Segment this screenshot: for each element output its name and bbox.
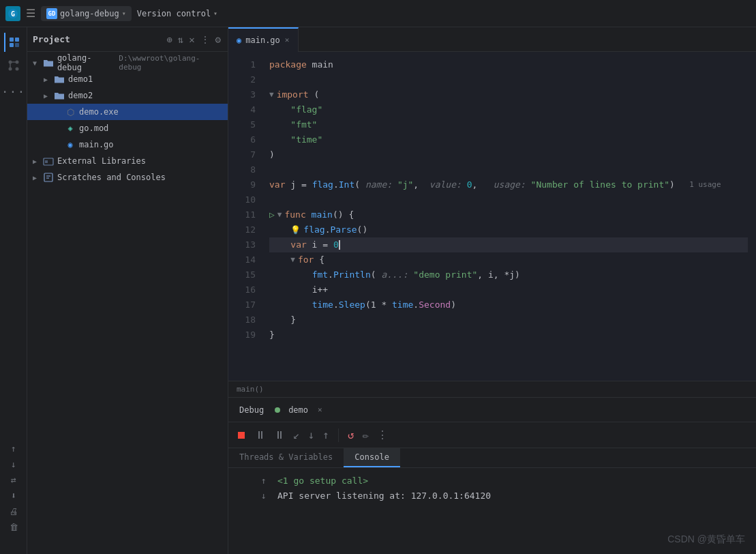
project-icon[interactable] xyxy=(4,33,23,52)
exe-icon: ⬡ xyxy=(64,106,76,117)
code-line-14: ▼for { xyxy=(269,252,748,267)
bottom-side-icons: ↑ ↓ ⇄ ⬇ 🖨 🗑 xyxy=(0,438,27,554)
debug-session-label: demo xyxy=(283,403,314,418)
sidebar-sync-icon[interactable]: ⇅ xyxy=(177,33,185,46)
app-logo: G xyxy=(5,6,20,21)
tree-arrow-libs: ▶ xyxy=(33,158,42,165)
scratches-label: Scratches and Consoles xyxy=(57,173,166,182)
svg-rect-14 xyxy=(44,173,52,181)
svg-rect-4 xyxy=(10,43,14,47)
sidebar-more-icon[interactable]: ⋮ xyxy=(199,33,211,46)
folder-icon-demo1 xyxy=(53,74,65,85)
tab-close-icon[interactable]: ✕ xyxy=(284,35,290,45)
vc-chevron: ▾ xyxy=(213,10,217,17)
debug-session-tab[interactable]: demo ✕ xyxy=(275,403,322,418)
breadcrumb: main() xyxy=(237,385,264,394)
code-line-16: i++ xyxy=(269,282,748,297)
version-control-label: Version control xyxy=(137,9,211,18)
side-icon-5[interactable]: 🖨 xyxy=(10,506,18,516)
tree-item-main-go[interactable]: ◉ main.go xyxy=(27,136,228,153)
brand-icon: GD xyxy=(46,8,57,19)
tree-arrow-demo1: ▶ xyxy=(44,76,53,83)
code-line-2 xyxy=(269,72,748,87)
side-icon-4[interactable]: ⬇ xyxy=(11,491,16,501)
code-line-13: var i = 0 xyxy=(269,237,748,252)
code-line-4: "flag" xyxy=(269,102,748,117)
main-go-label: main.go xyxy=(79,140,114,149)
pause-button[interactable]: ⏸ xyxy=(272,426,287,443)
editor-area: ◉ main.go ✕ 12345 678910 1112131415 1617… xyxy=(228,27,756,397)
debug-content-tabs: Threads & Variables Console xyxy=(228,448,756,468)
sidebar-content: ▼ golang-debug D:\wwwroot\golang-debug ▶… xyxy=(27,52,228,554)
root-path: D:\wwwroot\golang-debug xyxy=(119,54,222,72)
tab-main-go[interactable]: ◉ main.go ✕ xyxy=(228,27,299,52)
tab-label: main.go xyxy=(245,35,280,45)
tree-arrow-scratches: ▶ xyxy=(33,174,42,181)
libs-icon xyxy=(42,156,55,166)
code-line-8 xyxy=(269,162,748,177)
tab-console[interactable]: Console xyxy=(344,448,400,467)
side-icon-2[interactable]: ↓ xyxy=(11,459,16,469)
code-line-18: } xyxy=(269,312,748,327)
side-icon-1[interactable]: ↑ xyxy=(11,443,16,454)
code-line-9: var j = flag.Int( name: "j", value: 0, u… xyxy=(269,177,748,192)
side-icon-3[interactable]: ⇄ xyxy=(11,475,16,485)
step-out-button[interactable]: ↑ xyxy=(320,426,331,443)
tree-item-root[interactable]: ▼ golang-debug D:\wwwroot\golang-debug xyxy=(27,55,228,71)
project-brand[interactable]: GD golang-debug ▾ xyxy=(41,6,132,21)
arrow-down-2: ↓ xyxy=(261,489,272,504)
code-line-11: ▷ ▼ func main() { xyxy=(269,207,748,222)
structure-icon[interactable] xyxy=(4,56,23,75)
tab-threads-variables[interactable]: Threads & Variables xyxy=(228,448,344,467)
step-over-button[interactable]: ↙ xyxy=(291,426,302,443)
editor-container: ◉ main.go ✕ 12345 678910 1112131415 1617… xyxy=(228,27,756,554)
svg-text:G: G xyxy=(11,10,15,18)
session-active-dot xyxy=(275,407,280,413)
tab-go-icon: ◉ xyxy=(237,35,241,45)
code-line-3: ▼import ( xyxy=(269,87,748,102)
resume-button[interactable]: ⏸ xyxy=(253,426,268,443)
tree-item-scratches[interactable]: ▶ Scratches and Consoles xyxy=(27,169,228,186)
version-control[interactable]: Version control ▾ xyxy=(137,9,217,18)
stop-button[interactable]: ⏹ xyxy=(234,426,249,443)
mod-label: go.mod xyxy=(79,123,108,133)
sidebar: Project ⊕ ⇅ ✕ ⋮ ⚙ ▼ golang-debug D:\wwwr… xyxy=(27,27,228,554)
main-layout: ··· Project ⊕ ⇅ ✕ ⋮ ⚙ ▼ golang-debug D:\… xyxy=(0,27,756,554)
brand-chevron: ▾ xyxy=(122,10,126,17)
code-content[interactable]: package main ▼import ( "flag" "fmt xyxy=(261,52,756,381)
sidebar-close-icon[interactable]: ✕ xyxy=(187,33,196,46)
sidebar-header: Project ⊕ ⇅ ✕ ⋮ ⚙ xyxy=(27,27,228,52)
watermark: CSDN @黄昏单车 xyxy=(667,534,745,546)
tree-item-go-mod[interactable]: ◈ go.mod xyxy=(27,120,228,136)
folder-icon-root xyxy=(42,57,55,68)
root-label: golang-debug xyxy=(57,53,116,72)
more-debug-button[interactable]: ⋮ xyxy=(375,426,390,443)
side-icon-6[interactable]: 🗑 xyxy=(10,522,18,532)
tree-item-demo1[interactable]: ▶ demo1 xyxy=(27,71,228,87)
sidebar-actions: ⊕ ⇅ ✕ ⋮ ⚙ xyxy=(165,33,222,46)
tree-item-demo-exe[interactable]: ⬡ demo.exe xyxy=(27,104,228,120)
debug-tab-bar: Debug demo ✕ xyxy=(228,398,756,422)
debug-tab-debug[interactable]: Debug xyxy=(234,403,269,418)
code-line-6: "time" xyxy=(269,132,748,147)
edit-button[interactable]: ✏ xyxy=(361,426,372,443)
code-line-17: time.Sleep(1 * time.Second) xyxy=(269,297,748,312)
tree-item-demo2[interactable]: ▶ demo2 xyxy=(27,87,228,104)
brand-name: golang-debug xyxy=(60,9,119,18)
output-text-1: <1 go setup call> xyxy=(277,473,368,489)
sidebar-add-icon[interactable]: ⊕ xyxy=(165,33,173,46)
debug-session-close[interactable]: ✕ xyxy=(318,405,322,414)
svg-rect-3 xyxy=(15,38,19,42)
sidebar-gear-icon[interactable]: ⚙ xyxy=(214,33,222,46)
top-bar: G ☰ GD golang-debug ▾ Version control ▾ xyxy=(0,0,756,27)
step-into-button[interactable]: ↓ xyxy=(306,426,317,443)
folder-icon-demo2 xyxy=(53,90,65,101)
rerun-button[interactable]: ↺ xyxy=(346,426,357,443)
hamburger-icon[interactable]: ☰ xyxy=(26,7,35,20)
demo1-label: demo1 xyxy=(68,74,93,84)
demo2-label: demo2 xyxy=(68,91,93,100)
tree-item-ext-libs[interactable]: ▶ External Libraries xyxy=(27,153,228,169)
svg-point-9 xyxy=(15,68,18,71)
more-icon[interactable]: ··· xyxy=(4,82,23,101)
code-line-1: package main xyxy=(269,57,748,72)
